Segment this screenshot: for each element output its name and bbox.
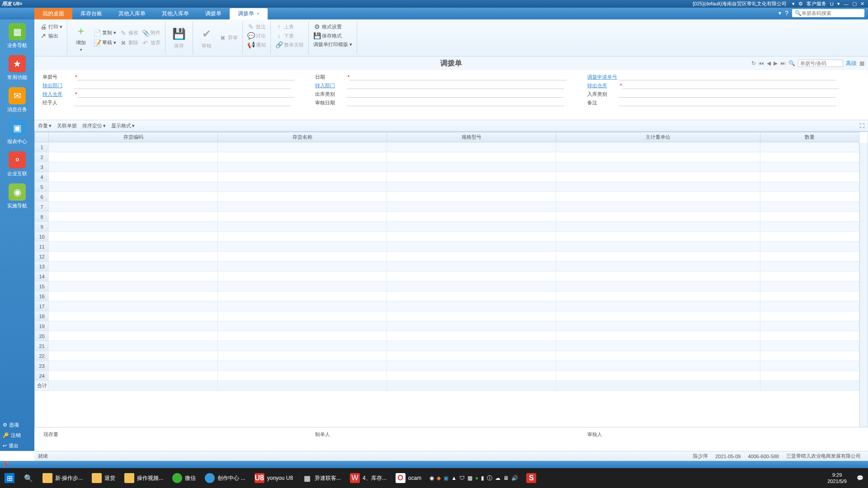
grid-cell[interactable] <box>387 182 556 192</box>
expand-grid-icon[interactable]: ⛶ <box>859 123 864 128</box>
grid-cell[interactable] <box>218 252 387 262</box>
tray-icon[interactable]: ◆ <box>437 475 441 481</box>
grid-cell[interactable] <box>218 331 387 341</box>
grid-cell[interactable] <box>387 371 556 381</box>
grid-cell[interactable] <box>49 232 218 242</box>
grid-cell[interactable] <box>387 192 556 202</box>
save-button[interactable]: 💾保存 <box>168 22 190 54</box>
taskbar-app-5[interactable]: U8yonyou U8 <box>250 468 297 488</box>
grid-cell[interactable] <box>556 202 760 212</box>
grid-col-rownum[interactable] <box>35 132 49 142</box>
grid-cell[interactable] <box>760 212 859 222</box>
grid-cell[interactable] <box>218 242 387 252</box>
customer-service-icon[interactable]: ⚙ <box>798 1 803 7</box>
grid-cell[interactable] <box>49 291 218 301</box>
grid-cell[interactable] <box>387 301 556 311</box>
global-search[interactable]: 🔍 <box>792 9 864 17</box>
grid-cell[interactable] <box>218 152 387 162</box>
doc-search-input[interactable] <box>798 60 843 67</box>
label-outdept[interactable]: 转出部门 <box>42 82 74 89</box>
grid-cell[interactable] <box>760 311 859 321</box>
output-button[interactable]: ↗输出 <box>38 31 64 40</box>
grid-cell[interactable] <box>218 182 387 192</box>
grid-cell[interactable] <box>218 361 387 371</box>
table-row[interactable]: 21 <box>35 341 859 351</box>
grid-col-2[interactable]: 规格型号 <box>387 132 556 142</box>
grid-cell[interactable] <box>387 351 556 361</box>
grid-cell[interactable] <box>556 291 760 301</box>
grid-cell[interactable] <box>49 252 218 262</box>
grid-cell[interactable] <box>218 351 387 361</box>
grid-cell[interactable] <box>760 172 859 182</box>
grid-cell[interactable] <box>387 331 556 341</box>
print-template-button[interactable]: 调拨单打印模版 ▾ <box>311 40 354 49</box>
grid-cell[interactable] <box>218 232 387 242</box>
grid-cell[interactable] <box>218 142 387 152</box>
tray-icon[interactable]: ▮ <box>481 475 484 481</box>
grid-cell[interactable] <box>218 262 387 272</box>
label-inwh[interactable]: 转入仓库 <box>42 91 74 98</box>
tray-icon[interactable]: ⓘ <box>487 474 492 482</box>
grid-cell[interactable] <box>556 282 760 291</box>
prev-record-icon[interactable]: ◀ <box>767 60 771 66</box>
ime-button[interactable]: S <box>522 468 541 488</box>
taskbar-app-2[interactable]: 操作视频... <box>120 468 168 488</box>
u-menu[interactable]: U <box>830 1 834 7</box>
grid-cell[interactable] <box>49 182 218 192</box>
lookup-button[interactable]: ↑上查 <box>274 22 306 31</box>
grid-cell[interactable] <box>218 202 387 212</box>
tray-icon[interactable]: 🛡 <box>459 475 465 481</box>
tab-5[interactable]: 调拨单× <box>230 8 268 19</box>
grid-cell[interactable] <box>556 192 760 202</box>
grid-cell[interactable] <box>387 212 556 222</box>
leftnav-bottom-2[interactable]: ↩退出 <box>0 441 34 451</box>
input-inwh[interactable] <box>77 91 294 98</box>
grid-cell[interactable] <box>218 311 387 321</box>
grid-cell[interactable] <box>556 152 760 162</box>
grid-vertical-scrollbar[interactable] <box>859 143 868 427</box>
tray-volume-icon[interactable]: 🔊 <box>511 475 518 481</box>
grid-col-4[interactable]: 数量 <box>760 132 859 142</box>
input-remark[interactable] <box>619 99 836 106</box>
table-row[interactable]: 9 <box>35 222 859 232</box>
grid-cell[interactable] <box>218 291 387 301</box>
grid-cell[interactable] <box>556 371 760 381</box>
copy-button[interactable]: 📄复制 ▾ <box>92 28 118 38</box>
add-button[interactable]: ＋增加▾ <box>70 22 92 54</box>
dispfmt-button[interactable]: 显示格式 ▾ <box>111 122 135 129</box>
modify-button[interactable]: ✎修改 <box>118 28 140 38</box>
label-indept[interactable]: 转入部门 <box>315 82 347 89</box>
last-record-icon[interactable]: ⏭ <box>780 60 786 66</box>
taskbar-app-6[interactable]: ▦异速联客... <box>297 468 345 488</box>
delete-button[interactable]: ✖删除 <box>118 38 140 47</box>
grid-cell[interactable] <box>760 222 859 232</box>
label-outwh[interactable]: 转出仓库 <box>587 82 619 89</box>
grid-cell[interactable] <box>49 272 218 282</box>
print-button[interactable]: 🖨打印 ▾ <box>38 22 64 31</box>
grid-cell[interactable] <box>556 361 760 371</box>
grid-cell[interactable] <box>387 291 556 301</box>
first-record-icon[interactable]: ⏮ <box>759 60 764 66</box>
table-row[interactable]: 2 <box>35 152 859 162</box>
maximize-button[interactable]: ▢ <box>852 1 857 7</box>
grid-cell[interactable] <box>760 351 859 361</box>
grid-cell[interactable] <box>760 182 859 192</box>
grid-cell[interactable] <box>49 142 218 152</box>
grid-cell[interactable] <box>49 321 218 331</box>
grid-cell[interactable] <box>760 291 859 301</box>
grid-cell[interactable] <box>760 192 859 202</box>
grid-cell[interactable] <box>387 172 556 182</box>
leftnav-item-5[interactable]: ◉实施导航 <box>0 180 34 212</box>
close-button[interactable]: ✕ <box>860 1 864 7</box>
grid-cell[interactable] <box>760 262 859 272</box>
leftnav-item-1[interactable]: ★常用功能 <box>0 52 34 84</box>
note-button[interactable]: ✎批注 <box>245 22 268 31</box>
grid-cell[interactable] <box>760 341 859 351</box>
qty-button[interactable]: 存量 ▾ <box>38 122 52 129</box>
grid-cell[interactable] <box>49 202 218 212</box>
grid-cell[interactable] <box>760 252 859 262</box>
tab-close-icon[interactable]: × <box>257 11 259 16</box>
grid-cell[interactable] <box>760 162 859 172</box>
table-row[interactable]: 8 <box>35 212 859 222</box>
grid-col-1[interactable]: 存货名称 <box>218 132 387 142</box>
